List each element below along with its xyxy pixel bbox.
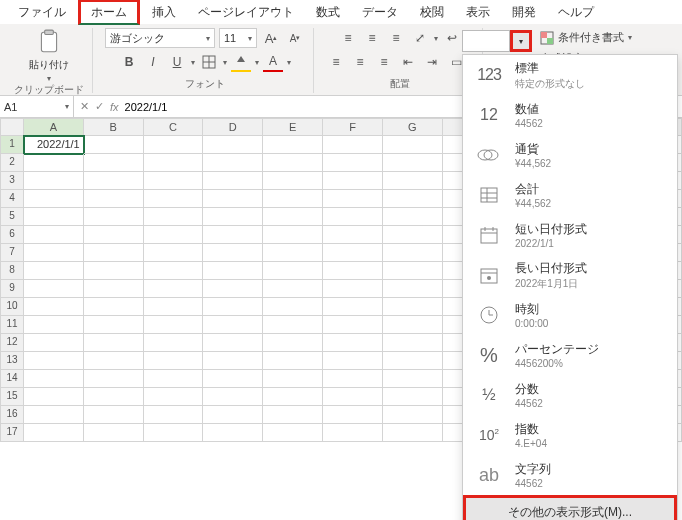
cell[interactable] <box>84 226 144 244</box>
cell[interactable] <box>383 226 443 244</box>
cell[interactable] <box>203 424 263 442</box>
cell[interactable] <box>383 154 443 172</box>
cell[interactable] <box>84 334 144 352</box>
cell[interactable] <box>144 352 204 370</box>
row-header[interactable]: 16 <box>0 406 24 424</box>
cell[interactable] <box>263 280 323 298</box>
cell[interactable] <box>263 298 323 316</box>
cell[interactable] <box>84 136 144 154</box>
cell[interactable] <box>323 280 383 298</box>
menu-help[interactable]: ヘルプ <box>548 2 604 23</box>
cell[interactable] <box>84 172 144 190</box>
cell[interactable] <box>263 370 323 388</box>
more-number-formats-button[interactable]: その他の表示形式(M)... <box>463 495 677 520</box>
number-format-option[interactable]: 123 標準 特定の形式なし <box>463 55 677 95</box>
cell[interactable] <box>263 226 323 244</box>
cell[interactable] <box>144 406 204 424</box>
cell[interactable] <box>323 406 383 424</box>
fx-icon[interactable]: fx <box>110 101 119 113</box>
row-header[interactable]: 12 <box>0 334 24 352</box>
cancel-formula-icon[interactable]: ✕ <box>80 100 89 113</box>
cell[interactable] <box>263 262 323 280</box>
menu-formulas[interactable]: 数式 <box>306 2 350 23</box>
cell[interactable] <box>203 316 263 334</box>
align-left-icon[interactable]: ≡ <box>326 52 346 72</box>
cell[interactable] <box>323 136 383 154</box>
bold-button[interactable]: B <box>119 52 139 72</box>
cell[interactable] <box>263 424 323 442</box>
menu-insert[interactable]: 挿入 <box>142 2 186 23</box>
cell[interactable] <box>24 226 84 244</box>
cell[interactable] <box>203 370 263 388</box>
cell[interactable] <box>144 244 204 262</box>
menu-file[interactable]: ファイル <box>8 2 76 23</box>
number-format-option[interactable]: ab 文字列 44562 <box>463 455 677 495</box>
cell[interactable] <box>323 352 383 370</box>
cell[interactable] <box>263 172 323 190</box>
font-name-select[interactable]: 游ゴシック ▾ <box>105 28 215 48</box>
cell[interactable] <box>203 298 263 316</box>
row-header[interactable]: 9 <box>0 280 24 298</box>
cell[interactable] <box>144 226 204 244</box>
cell[interactable] <box>203 334 263 352</box>
cell[interactable] <box>84 190 144 208</box>
select-all-corner[interactable] <box>0 118 24 136</box>
cell[interactable] <box>263 388 323 406</box>
cell[interactable] <box>203 136 263 154</box>
row-header[interactable]: 6 <box>0 226 24 244</box>
number-format-option[interactable]: 12 数値 44562 <box>463 95 677 135</box>
cell[interactable] <box>383 298 443 316</box>
number-format-option[interactable]: 時刻 0:00:00 <box>463 295 677 335</box>
cell[interactable] <box>383 316 443 334</box>
cell[interactable] <box>84 406 144 424</box>
cell[interactable] <box>84 262 144 280</box>
cell[interactable] <box>84 388 144 406</box>
cell[interactable] <box>383 424 443 442</box>
cell[interactable] <box>383 406 443 424</box>
number-format-option[interactable]: 短い日付形式 2022/1/1 <box>463 215 677 255</box>
cell[interactable] <box>84 298 144 316</box>
cell[interactable] <box>24 388 84 406</box>
cell[interactable] <box>383 262 443 280</box>
cell[interactable] <box>323 244 383 262</box>
cell[interactable] <box>24 316 84 334</box>
cell[interactable] <box>263 208 323 226</box>
cell[interactable] <box>263 244 323 262</box>
font-size-select[interactable]: 11 ▾ <box>219 28 257 48</box>
cell[interactable] <box>383 388 443 406</box>
row-header[interactable]: 2 <box>0 154 24 172</box>
cell[interactable] <box>323 154 383 172</box>
cell[interactable] <box>24 244 84 262</box>
cell[interactable] <box>323 370 383 388</box>
cell[interactable] <box>203 190 263 208</box>
cell[interactable] <box>203 226 263 244</box>
cell[interactable] <box>323 298 383 316</box>
row-header[interactable]: 10 <box>0 298 24 316</box>
cell[interactable] <box>203 280 263 298</box>
cell[interactable] <box>24 208 84 226</box>
column-header[interactable]: A <box>24 118 84 136</box>
font-color-button[interactable]: A <box>263 52 283 72</box>
cell[interactable] <box>144 388 204 406</box>
cell[interactable] <box>24 280 84 298</box>
number-format-option[interactable]: ½ 分数 44562 <box>463 375 677 415</box>
row-header[interactable]: 3 <box>0 172 24 190</box>
cell[interactable] <box>84 370 144 388</box>
cell[interactable] <box>323 388 383 406</box>
conditional-formatting-button[interactable]: 条件付き書式 ▾ <box>540 30 632 45</box>
cell[interactable] <box>203 172 263 190</box>
cell[interactable] <box>84 208 144 226</box>
cell[interactable] <box>323 424 383 442</box>
cell[interactable] <box>263 406 323 424</box>
cell[interactable] <box>323 226 383 244</box>
paste-button[interactable]: 貼り付け ▾ <box>29 28 69 83</box>
column-header[interactable]: B <box>84 118 144 136</box>
orientation-icon[interactable]: ⤢ <box>410 28 430 48</box>
cell[interactable] <box>144 280 204 298</box>
align-bottom-icon[interactable]: ≡ <box>386 28 406 48</box>
cell[interactable] <box>383 208 443 226</box>
cell[interactable] <box>383 352 443 370</box>
column-header[interactable]: G <box>383 118 443 136</box>
align-middle-icon[interactable]: ≡ <box>362 28 382 48</box>
cell[interactable] <box>323 208 383 226</box>
